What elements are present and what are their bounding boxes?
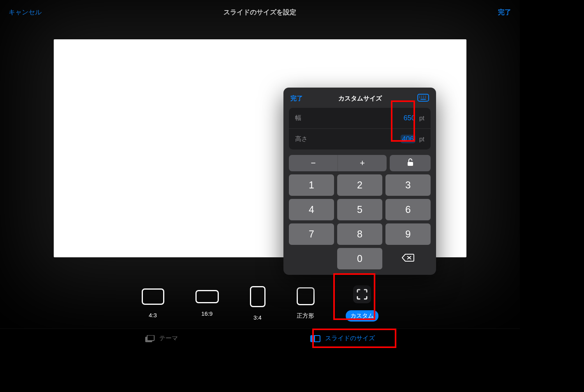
key-4[interactable]: 4 bbox=[289, 199, 334, 220]
svg-rect-14 bbox=[408, 162, 413, 166]
key-7[interactable]: 7 bbox=[289, 223, 334, 245]
tab-theme-label: テーマ bbox=[159, 334, 178, 343]
ratio-square-icon bbox=[297, 287, 315, 305]
numeric-keypad: 1 2 3 4 5 6 7 8 9 0 bbox=[289, 174, 431, 269]
ratio-16-9-label: 16:9 bbox=[201, 310, 213, 317]
slide-preview-area bbox=[0, 24, 520, 272]
ratio-4-3-icon bbox=[142, 288, 164, 305]
done-button[interactable]: 完了 bbox=[498, 8, 511, 17]
key-6[interactable]: 6 bbox=[385, 199, 431, 220]
ratio-3-4[interactable]: 3:4 bbox=[250, 286, 266, 321]
height-field[interactable]: 高さ 406 pt bbox=[289, 128, 431, 149]
bottom-tab-bar: テーマ スライドのサイズ bbox=[0, 329, 520, 348]
stepper-plus[interactable]: + bbox=[338, 155, 387, 171]
svg-rect-3 bbox=[311, 336, 315, 342]
svg-rect-1 bbox=[147, 335, 154, 341]
ratio-custom-icon bbox=[353, 285, 371, 303]
width-unit: pt bbox=[419, 115, 424, 122]
width-label: 幅 bbox=[295, 114, 301, 122]
height-unit: pt bbox=[419, 136, 424, 143]
value-stepper: − + bbox=[289, 155, 387, 171]
ratio-custom[interactable]: カスタム bbox=[346, 285, 378, 322]
width-field[interactable]: 幅 650 pt bbox=[289, 108, 431, 128]
dimension-fields: 幅 650 pt 高さ 406 pt bbox=[289, 108, 431, 149]
ratio-16-9-icon bbox=[195, 290, 219, 303]
key-backspace[interactable] bbox=[385, 248, 431, 269]
lock-open-icon bbox=[406, 158, 415, 168]
top-bar: キャンセル スライドのサイズを設定 完了 bbox=[0, 0, 520, 24]
stepper-row: − + bbox=[289, 155, 431, 171]
ratio-3-4-icon bbox=[250, 286, 266, 307]
theme-icon bbox=[145, 335, 155, 342]
height-label: 高さ bbox=[295, 135, 308, 143]
ratio-3-4-label: 3:4 bbox=[253, 314, 262, 321]
key-8[interactable]: 8 bbox=[337, 223, 382, 245]
key-0[interactable]: 0 bbox=[337, 248, 382, 269]
popover-done-button[interactable]: 完了 bbox=[290, 95, 303, 103]
stepper-minus[interactable]: − bbox=[289, 155, 338, 171]
keyboard-icon[interactable] bbox=[417, 94, 429, 103]
popover-title: カスタムサイズ bbox=[338, 95, 382, 103]
width-value[interactable]: 650 bbox=[404, 114, 415, 122]
slide-size-icon bbox=[310, 335, 320, 342]
cancel-button[interactable]: キャンセル bbox=[9, 8, 42, 17]
key-9[interactable]: 9 bbox=[385, 223, 431, 245]
ratio-custom-label: カスタム bbox=[346, 310, 378, 322]
ratio-4-3[interactable]: 4:3 bbox=[142, 288, 164, 318]
tab-slide-size-label: スライドのサイズ bbox=[325, 334, 375, 343]
backspace-icon bbox=[401, 253, 415, 265]
aspect-lock-button[interactable] bbox=[390, 155, 431, 171]
aspect-ratio-picker: 4:3 16:9 3:4 正方形 カスタム bbox=[0, 278, 520, 329]
ratio-16-9[interactable]: 16:9 bbox=[195, 290, 219, 317]
ratio-4-3-label: 4:3 bbox=[149, 312, 157, 318]
key-5[interactable]: 5 bbox=[337, 199, 382, 220]
tab-slide-size[interactable]: スライドのサイズ bbox=[310, 334, 375, 343]
height-value[interactable]: 406 bbox=[401, 135, 415, 143]
ratio-square-label: 正方形 bbox=[297, 312, 314, 320]
ratio-square[interactable]: 正方形 bbox=[297, 287, 315, 320]
key-2[interactable]: 2 bbox=[337, 174, 382, 196]
popover-header: 完了 カスタムサイズ bbox=[289, 93, 431, 108]
tab-theme[interactable]: テーマ bbox=[145, 334, 178, 343]
key-3[interactable]: 3 bbox=[385, 174, 431, 196]
custom-size-popover: 完了 カスタムサイズ 幅 650 pt bbox=[283, 88, 436, 275]
key-1[interactable]: 1 bbox=[289, 174, 334, 196]
page-title: スライドのサイズを設定 bbox=[223, 8, 296, 17]
